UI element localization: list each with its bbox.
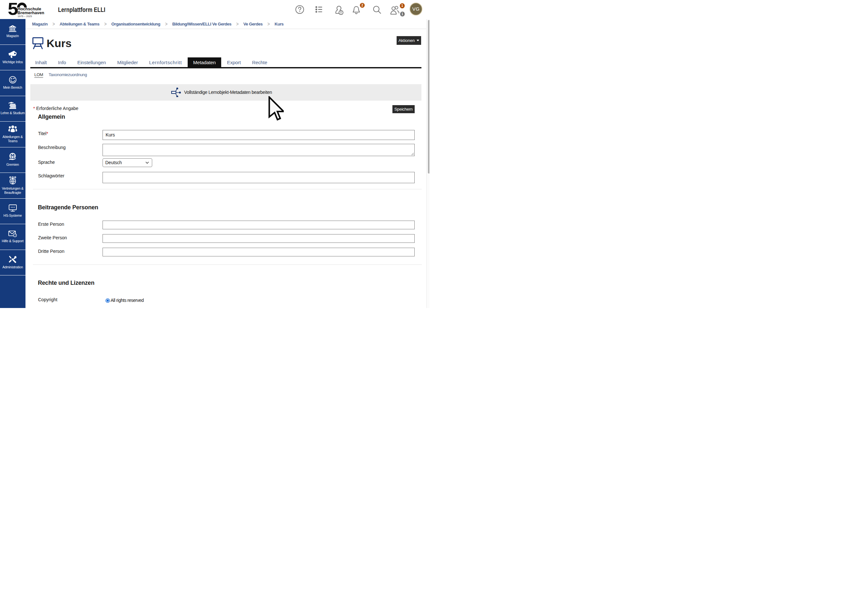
svg-text:?: ? <box>14 234 16 237</box>
